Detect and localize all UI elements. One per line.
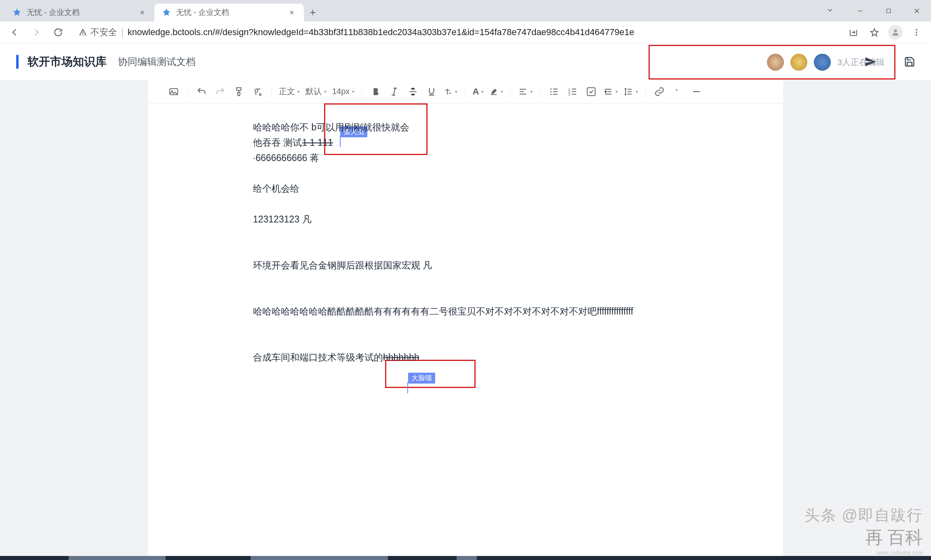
new-tab-button[interactable] — [304, 4, 322, 21]
link-icon[interactable] — [653, 85, 666, 98]
underline-icon[interactable] — [425, 85, 438, 98]
tab-favicon-icon — [162, 8, 171, 17]
tab-title: 无忧 - 企业文档 — [176, 7, 282, 18]
document-content[interactable]: 哈哈哈哈你不 b可以用刚刚就很快就会 他吞吞 测试1 1 111 ·666666… — [148, 103, 783, 381]
italic-icon[interactable] — [388, 85, 401, 98]
collab-cursor-line-2 — [407, 382, 408, 393]
share-icon[interactable] — [845, 23, 862, 41]
svg-point-8 — [550, 88, 552, 89]
window-maximize-button[interactable] — [874, 2, 903, 20]
bullet-list-icon[interactable] — [548, 85, 560, 98]
collaborator-avatar-3[interactable] — [814, 54, 831, 71]
format-painter-icon[interactable] — [232, 85, 245, 98]
font-color-dropdown[interactable]: A▾ — [472, 86, 484, 97]
font-size-dropdown[interactable]: 14px▾ — [332, 87, 354, 96]
bookmark-icon[interactable] — [866, 23, 883, 41]
svg-point-1 — [894, 29, 897, 32]
nav-reload-button[interactable] — [49, 23, 67, 41]
tab-title: 无忧 - 企业文档 — [27, 7, 133, 18]
insert-image-icon[interactable] — [167, 85, 180, 98]
numbered-list-icon[interactable]: 123 — [566, 85, 579, 98]
document-name[interactable]: 协同编辑测试文档 — [118, 55, 196, 68]
svg-rect-14 — [588, 88, 596, 96]
security-warning-text: 不安全 — [91, 26, 117, 38]
svg-point-10 — [550, 93, 552, 94]
svg-point-3 — [916, 31, 917, 33]
nav-back-button[interactable] — [6, 23, 23, 41]
workspace-title: 软开市场知识库 — [27, 54, 107, 69]
paragraph-style-dropdown[interactable]: 正文▾ — [279, 86, 300, 97]
horizontal-rule-icon[interactable] — [690, 85, 703, 98]
svg-rect-0 — [887, 9, 890, 13]
save-button[interactable] — [902, 55, 917, 69]
align-dropdown[interactable]: ▾ — [518, 87, 533, 96]
window-controls — [826, 0, 931, 21]
window-minimize-button[interactable] — [846, 2, 874, 20]
indent-dropdown[interactable]: ▾ — [603, 87, 618, 96]
svg-rect-7 — [491, 94, 497, 95]
security-warning-icon: 不安全 — [78, 26, 117, 38]
profile-avatar-icon — [888, 25, 903, 40]
checklist-icon[interactable] — [585, 85, 598, 98]
undo-icon[interactable] — [195, 85, 208, 98]
clear-format-icon[interactable] — [251, 85, 264, 98]
strikethrough-icon[interactable] — [407, 85, 419, 98]
highlight-color-dropdown[interactable]: ▾ — [489, 87, 503, 96]
collaborators-panel: 3人正在编辑 — [649, 45, 895, 80]
document-editor: 正文▾ 默认▾ 14px▾ ▾ A▾ ▾ ▾ — [148, 80, 783, 560]
browser-tab-1[interactable]: 无忧 - 企业文档 — [5, 4, 154, 21]
tab-favicon-icon — [12, 8, 22, 17]
profile-button[interactable] — [887, 23, 904, 41]
accent-bar — [16, 55, 19, 69]
window-close-button[interactable] — [903, 2, 931, 20]
app-header: 软开市场知识库 协同编辑测试文档 3人正在编辑 — [0, 44, 931, 80]
quote-icon[interactable] — [672, 85, 685, 98]
url-text: knowledge.bctools.cn/#/design?knowledgeI… — [128, 27, 634, 38]
send-button[interactable] — [863, 55, 878, 69]
svg-point-4 — [916, 34, 917, 36]
line-height-dropdown[interactable]: ▾ — [623, 87, 638, 96]
redo-icon[interactable] — [214, 85, 227, 98]
url-input[interactable]: 不安全 | knowledge.bctools.cn/#/design?know… — [71, 24, 840, 41]
tab-search-icon[interactable] — [826, 6, 834, 16]
editor-toolbar: 正文▾ 默认▾ 14px▾ ▾ A▾ ▾ ▾ — [148, 80, 783, 103]
text-transform-dropdown[interactable]: ▾ — [444, 87, 457, 96]
bold-icon[interactable] — [369, 85, 382, 98]
tab-close-icon[interactable] — [137, 8, 147, 17]
bottom-progress-bar — [0, 556, 931, 560]
editor-background: 正文▾ 默认▾ 14px▾ ▾ A▾ ▾ ▾ — [0, 80, 931, 560]
browser-menu-button[interactable] — [908, 23, 925, 41]
browser-address-bar: 不安全 | knowledge.bctools.cn/#/design?know… — [0, 21, 931, 44]
svg-text:3: 3 — [568, 92, 570, 96]
browser-tab-2[interactable]: 无忧 - 企业文档 — [154, 4, 304, 21]
browser-tab-strip: 无忧 - 企业文档 无忧 - 企业文档 — [0, 0, 931, 21]
collaborator-avatar-1[interactable] — [767, 54, 784, 71]
svg-point-2 — [916, 29, 917, 31]
tab-close-icon[interactable] — [287, 8, 297, 17]
font-family-dropdown[interactable]: 默认▾ — [305, 86, 326, 97]
svg-point-9 — [550, 91, 552, 92]
collaborator-avatar-2[interactable] — [790, 54, 807, 71]
watermark: 头条 @即自跋行 再 百科 www.zaibaike.com — [805, 505, 923, 556]
nav-forward-button[interactable] — [27, 23, 45, 41]
